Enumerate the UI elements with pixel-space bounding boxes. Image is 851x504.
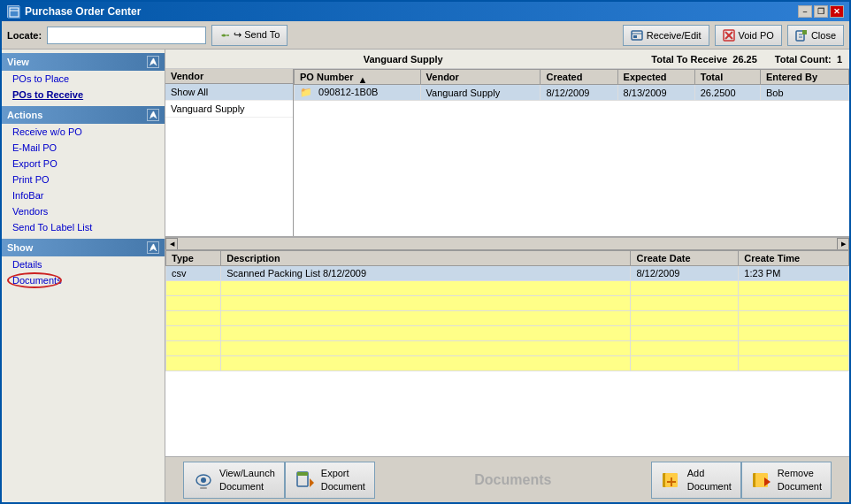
- window-controls: – ❐ ✕: [798, 5, 844, 18]
- docs-table-row-5[interactable]: [166, 341, 849, 356]
- docs-table-row-0[interactable]: csv Scanned Packing List 8/12/2009 8/12/…: [166, 266, 849, 281]
- restore-button[interactable]: ❐: [814, 5, 828, 18]
- sort-arrow-icon: ▲: [358, 74, 365, 81]
- vendor-name-label: Vanguard Supply: [172, 54, 633, 65]
- total-to-receive: Total To Receive 26.25: [651, 54, 756, 65]
- locate-label: Locate:: [7, 30, 42, 41]
- horizontal-scrollbar[interactable]: ◀ ▶: [165, 237, 849, 249]
- remove-doc-label: RemoveDocument: [778, 467, 822, 493]
- docs-create-time-header[interactable]: Create Time: [739, 251, 849, 266]
- locate-input[interactable]: [47, 27, 206, 44]
- vendor-col-header[interactable]: Vendor: [420, 70, 540, 85]
- sidebar-item-email-po[interactable]: E-Mail PO: [2, 140, 165, 156]
- total-count: Total Count: 1: [775, 54, 842, 65]
- vendor-list-header: Vendor: [165, 69, 293, 84]
- actions-section-header[interactable]: Actions ⮝: [2, 106, 165, 124]
- svg-marker-19: [310, 478, 314, 487]
- docs-table-wrap[interactable]: Type Description Create Date Create Time…: [165, 250, 849, 456]
- svg-point-15: [201, 477, 206, 483]
- sidebar-item-infobar[interactable]: InfoBar: [2, 187, 165, 203]
- created-col-header[interactable]: Created: [540, 70, 617, 85]
- view-launch-button[interactable]: View/LaunchDocument: [183, 462, 285, 499]
- vendor-list: Vendor Show All Vanguard Supply: [165, 69, 294, 236]
- add-document-button[interactable]: AddDocument: [651, 462, 741, 499]
- actions-section-arrow: ⮝: [147, 109, 159, 121]
- docs-create-time-cell: 1:23 PM: [739, 266, 849, 281]
- export-doc-label: ExportDocument: [321, 467, 365, 493]
- docs-desc-header[interactable]: Description: [221, 251, 631, 266]
- docs-type-header[interactable]: Type: [166, 251, 221, 266]
- vendor-list-item-vanguard[interactable]: Vanguard Supply: [165, 101, 293, 118]
- main-window: Purchase Order Center – ❐ ✕ Locate: ↪ Se…: [0, 0, 851, 504]
- show-section-header[interactable]: Show ⮝: [2, 239, 165, 256]
- sidebar: View ⮝ POs to Place POs to Receive Actio…: [2, 50, 165, 502]
- total-col-header[interactable]: Total: [694, 70, 760, 85]
- docs-table-row-6[interactable]: [166, 356, 849, 371]
- void-po-button[interactable]: Void PO: [715, 25, 782, 46]
- sidebar-item-details[interactable]: Details: [2, 256, 165, 272]
- sidebar-item-export-po[interactable]: Export PO: [2, 156, 165, 172]
- add-doc-icon: [661, 470, 682, 491]
- svg-rect-16: [200, 487, 207, 489]
- svg-rect-6: [633, 35, 637, 38]
- close-icon: [795, 29, 808, 42]
- scroll-right-arrow[interactable]: ▶: [837, 238, 849, 250]
- show-section: Show ⮝ Details Documents: [2, 239, 165, 288]
- docs-center-label: Documents: [375, 472, 651, 488]
- sidebar-item-print-po[interactable]: Print PO: [2, 172, 165, 187]
- po-created-cell: 8/12/2009: [540, 85, 617, 101]
- folder-icon: 📁: [300, 87, 312, 97]
- void-po-icon: [723, 29, 735, 42]
- expected-col-header[interactable]: Expected: [617, 70, 694, 85]
- remove-document-button[interactable]: RemoveDocument: [741, 462, 832, 499]
- scroll-left-arrow[interactable]: ◀: [165, 238, 178, 250]
- export-doc-icon: [295, 470, 316, 491]
- po-total-cell: 26.2500: [694, 85, 760, 101]
- docs-table-row-4[interactable]: [166, 326, 849, 341]
- entered-by-col-header[interactable]: Entered By: [760, 70, 848, 85]
- bottom-toolbar: View/LaunchDocument ExportDocument Docum…: [165, 456, 849, 502]
- export-document-button[interactable]: ExportDocument: [285, 462, 375, 499]
- sidebar-item-send-to-label-list[interactable]: Send To Label List: [2, 219, 165, 235]
- title-bar: Purchase Order Center – ❐ ✕: [2, 2, 849, 21]
- po-table: PO Number ▲ Vendor Created Expected Tota…: [294, 69, 849, 101]
- send-to-button[interactable]: ↪ Send To: [211, 25, 288, 46]
- show-section-arrow: ⮝: [147, 241, 159, 254]
- view-section: View ⮝ POs to Place POs to Receive: [2, 53, 165, 103]
- sidebar-item-receive-wo-po[interactable]: Receive w/o PO: [2, 124, 165, 140]
- actions-section: Actions ⮝ Receive w/o PO E-Mail PO Expor…: [2, 106, 165, 235]
- sidebar-item-documents[interactable]: Documents: [2, 272, 165, 288]
- view-section-arrow: ⮝: [147, 56, 159, 68]
- docs-create-date-header[interactable]: Create Date: [631, 251, 739, 266]
- view-launch-icon: [193, 470, 214, 491]
- docs-table-row-1[interactable]: [166, 281, 849, 296]
- window-close-button[interactable]: ✕: [830, 5, 844, 18]
- svg-rect-18: [297, 472, 308, 476]
- po-table-wrap[interactable]: PO Number ▲ Vendor Created Expected Tota…: [294, 69, 849, 236]
- view-section-header[interactable]: View ⮝: [2, 53, 165, 71]
- po-vendor-cell: Vanguard Supply: [420, 85, 540, 101]
- content-area: Vanguard Supply Total To Receive 26.25 T…: [165, 50, 849, 502]
- sidebar-item-vendors[interactable]: Vendors: [2, 203, 165, 219]
- minimize-button[interactable]: –: [798, 5, 812, 18]
- docs-table-row-2[interactable]: [166, 296, 849, 311]
- window-title: Purchase Order Center: [25, 5, 793, 18]
- docs-type-cell: csv: [166, 266, 221, 281]
- docs-table-row-3[interactable]: [166, 311, 849, 326]
- po-number-col-header[interactable]: PO Number ▲: [295, 70, 421, 85]
- sidebar-item-pos-to-receive[interactable]: POs to Receive: [2, 87, 165, 103]
- po-table-row[interactable]: 📁 090812-1B0B Vanguard Supply 8/12/2009 …: [295, 85, 849, 101]
- vendor-list-item-show-all[interactable]: Show All: [165, 84, 293, 101]
- receive-edit-icon: [631, 29, 643, 42]
- scroll-track[interactable]: [178, 238, 837, 250]
- app-icon: [7, 5, 19, 18]
- main-area: View ⮝ POs to Place POs to Receive Actio…: [2, 50, 849, 502]
- po-table-container: Vendor Show All Vanguard Supply PO Numbe…: [165, 69, 849, 237]
- sidebar-item-pos-to-place[interactable]: POs to Place: [2, 71, 165, 87]
- docs-create-date-cell: 8/12/2009: [631, 266, 739, 281]
- close-button[interactable]: Close: [787, 25, 844, 46]
- receive-edit-button[interactable]: Receive/Edit: [623, 25, 709, 46]
- remove-doc-icon: [751, 470, 772, 491]
- toolbar: Locate: ↪ Send To Receive/Edit Vo: [2, 21, 849, 50]
- add-doc-label: AddDocument: [687, 467, 732, 493]
